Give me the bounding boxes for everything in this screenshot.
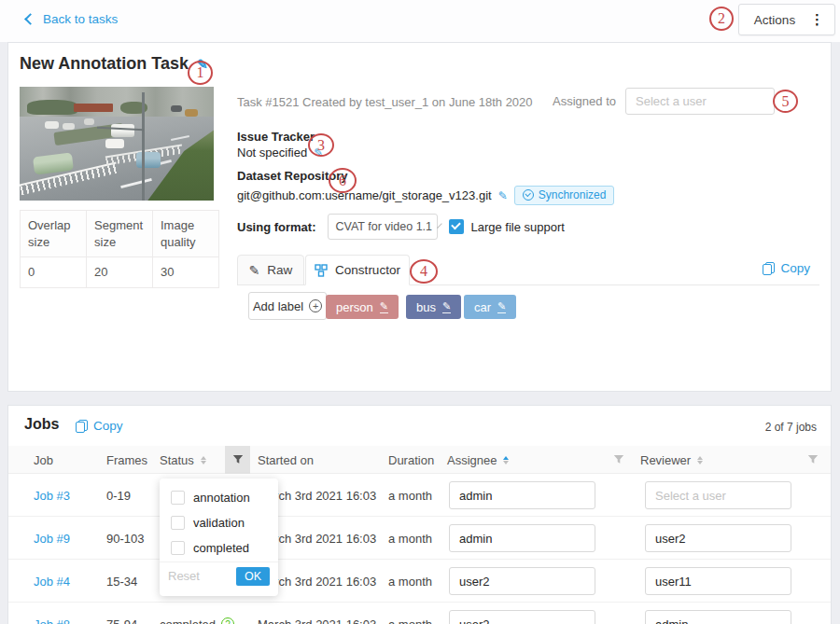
large-file-checkbox-row[interactable]: Large file support bbox=[449, 219, 565, 234]
task-title-row: New Annotation Task ✎ bbox=[20, 54, 208, 74]
filter-reset-button[interactable]: Reset bbox=[168, 569, 200, 583]
labels-copy-button[interactable]: Copy bbox=[763, 261, 810, 275]
annotation-marker-4: 4 bbox=[410, 259, 438, 284]
format-label: Using format: bbox=[237, 220, 316, 234]
edit-repo-icon[interactable]: ✎ bbox=[498, 189, 508, 202]
assignee-select[interactable] bbox=[449, 481, 595, 509]
status-cell: completed ? bbox=[160, 603, 234, 624]
annotation-marker-2: 2 bbox=[709, 7, 734, 31]
filter-funnel-icon bbox=[232, 454, 244, 465]
table-row: Job #3 0-19 March 3rd 2021 16:03 a month bbox=[8, 474, 831, 517]
assignee-select[interactable] bbox=[449, 524, 595, 552]
param-header-overlap: Overlap size bbox=[21, 211, 87, 257]
assignee-filter-icon[interactable] bbox=[613, 454, 624, 465]
edit-label-person-icon[interactable]: ✎ bbox=[380, 300, 388, 312]
param-header-quality: Image quality bbox=[153, 211, 219, 257]
filter-option-validation[interactable]: validation bbox=[160, 510, 278, 535]
add-label-text: Add label bbox=[253, 299, 303, 313]
assigned-to-label: Assigned to bbox=[553, 94, 616, 108]
task-preview-image bbox=[20, 87, 214, 201]
duration-cell: a month bbox=[388, 560, 432, 603]
col-frames[interactable]: Frames bbox=[106, 446, 147, 474]
format-row: Using format: CVAT for video 1.1 Large f… bbox=[237, 214, 565, 240]
pencil-icon: ✎ bbox=[249, 263, 260, 278]
labels-copy-label: Copy bbox=[780, 261, 810, 275]
col-duration[interactable]: Duration bbox=[388, 446, 434, 474]
col-reviewer[interactable]: Reviewer bbox=[640, 446, 703, 474]
edit-label-car-icon[interactable]: ✎ bbox=[497, 300, 506, 312]
back-to-tasks-link[interactable]: Back to tasks bbox=[26, 12, 118, 26]
label-car-name: car bbox=[474, 300, 491, 314]
param-header-segment: Segment size bbox=[87, 211, 153, 257]
actions-button[interactable]: Actions ⋮ bbox=[738, 4, 835, 35]
jobs-copy-button[interactable]: Copy bbox=[76, 419, 123, 433]
job-link[interactable]: Job #9 bbox=[34, 532, 70, 546]
table-row: Job #9 90-103 March 3rd 2021 16:03 a mon… bbox=[8, 517, 831, 560]
duration-cell: a month bbox=[388, 517, 432, 560]
large-file-checkbox[interactable] bbox=[449, 219, 464, 234]
assigned-to-input[interactable] bbox=[625, 88, 775, 115]
col-assignee-label: Assignee bbox=[447, 453, 497, 467]
task-card: New Annotation Task ✎ Overlap size Segme… bbox=[7, 42, 832, 392]
table-row: Job #8 75-94 completed ? March 3rd 2021 … bbox=[8, 603, 831, 624]
job-link[interactable]: Job #8 bbox=[34, 617, 70, 624]
reviewer-select[interactable] bbox=[645, 524, 791, 552]
job-link[interactable]: Job #4 bbox=[34, 575, 70, 589]
col-reviewer-label: Reviewer bbox=[640, 453, 691, 467]
checkbox-completed[interactable] bbox=[171, 541, 185, 555]
filter-ok-button[interactable]: OK bbox=[236, 567, 270, 586]
dataset-repo-value-row: git@github.com:username/git_storage_v123… bbox=[237, 186, 614, 205]
format-select[interactable]: CVAT for video 1.1 bbox=[328, 214, 438, 240]
reviewer-select[interactable] bbox=[645, 610, 791, 624]
label-chip-car[interactable]: car ✎ bbox=[464, 295, 516, 319]
col-started-on[interactable]: Started on bbox=[258, 446, 314, 474]
constructor-blocks-icon bbox=[315, 264, 328, 277]
job-link[interactable]: Job #3 bbox=[34, 489, 70, 503]
question-circle-icon[interactable]: ? bbox=[221, 617, 234, 624]
copy-icon bbox=[763, 262, 775, 275]
plus-circle-icon: + bbox=[309, 299, 322, 312]
filter-footer: Reset OK bbox=[160, 562, 278, 589]
jobs-count: 2 of 7 jobs bbox=[765, 421, 817, 434]
filter-option-annotation[interactable]: annotation bbox=[160, 485, 278, 510]
duration-cell: a month bbox=[388, 603, 432, 624]
actions-button-label: Actions bbox=[739, 13, 810, 27]
label-chip-bus[interactable]: bus ✎ bbox=[406, 295, 461, 319]
task-meta-text: Task #1521 Created by test_user_1 on Jun… bbox=[237, 95, 533, 109]
col-assignee[interactable]: Assignee bbox=[447, 446, 509, 474]
col-job[interactable]: Job bbox=[34, 446, 53, 474]
filter-option-label: annotation bbox=[193, 491, 250, 505]
duration-cell: a month bbox=[388, 474, 432, 517]
status-sorter-icon[interactable] bbox=[201, 456, 206, 465]
issue-tracker-label: Issue Tracker bbox=[237, 130, 315, 144]
jobs-table-header: Job Frames Status Started on Duration As… bbox=[8, 446, 831, 474]
tab-constructor[interactable]: Constructor bbox=[305, 255, 410, 285]
checkbox-annotation[interactable] bbox=[171, 491, 185, 505]
status-filter-button[interactable] bbox=[225, 446, 250, 474]
label-chip-person[interactable]: person ✎ bbox=[326, 295, 399, 319]
format-select-value: CVAT for video 1.1 bbox=[336, 220, 433, 233]
assignee-sorter-icon[interactable] bbox=[503, 456, 509, 465]
jobs-copy-label: Copy bbox=[93, 419, 123, 433]
col-status[interactable]: Status bbox=[160, 446, 206, 474]
tab-raw[interactable]: ✎ Raw bbox=[237, 255, 304, 285]
reviewer-filter-icon[interactable] bbox=[807, 454, 819, 465]
frames-cell: 75-94 bbox=[106, 603, 137, 624]
reviewer-select[interactable] bbox=[645, 567, 791, 595]
filter-option-completed[interactable]: completed bbox=[160, 535, 278, 561]
assignee-select[interactable] bbox=[449, 610, 595, 624]
edit-label-bus-icon[interactable]: ✎ bbox=[442, 300, 451, 312]
frames-cell: 90-103 bbox=[106, 517, 144, 560]
sync-status-badge[interactable]: Synchronized bbox=[514, 186, 615, 205]
annotation-marker-1: 1 bbox=[188, 61, 213, 85]
reviewer-sorter-icon[interactable] bbox=[697, 456, 703, 465]
frames-cell: 15-34 bbox=[106, 560, 137, 603]
assignee-select[interactable] bbox=[449, 567, 595, 595]
reviewer-select[interactable] bbox=[645, 481, 791, 509]
add-label-button[interactable]: Add label + bbox=[248, 292, 327, 320]
sync-status-label: Synchronized bbox=[539, 188, 607, 201]
checkbox-validation[interactable] bbox=[171, 516, 185, 530]
status-text: completed bbox=[160, 617, 216, 624]
table-row: Job #4 15-34 March 3rd 2021 16:03 a mont… bbox=[8, 560, 831, 603]
tab-constructor-label: Constructor bbox=[335, 263, 400, 277]
